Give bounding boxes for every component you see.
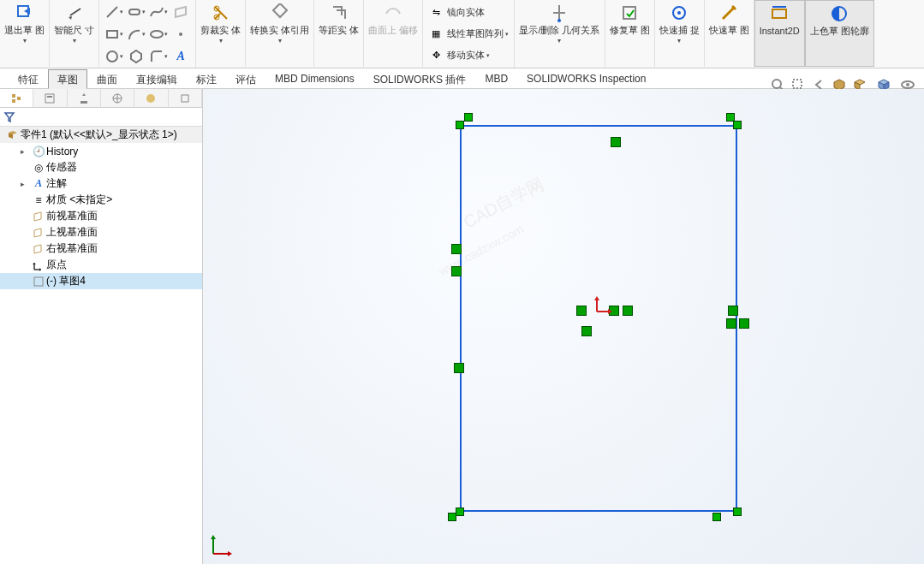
- sketch-point[interactable]: [726, 113, 735, 122]
- view-triad-icon: [206, 526, 241, 561]
- horizontal-relation-icon[interactable]: [611, 137, 621, 147]
- tree-material[interactable]: ≡材质 <未指定>: [0, 192, 202, 208]
- feature-tree-tab-icon[interactable]: [0, 89, 33, 107]
- tab-sw-addins[interactable]: SOLIDWORKS 插件: [364, 69, 476, 89]
- endpoint[interactable]: [456, 508, 464, 516]
- slot-tool-icon[interactable]: ▾: [125, 1, 147, 23]
- svg-rect-18: [47, 96, 52, 98]
- tree-root[interactable]: 零件1 (默认<<默认>_显示状态 1>): [0, 127, 202, 143]
- relation-icon[interactable]: [576, 306, 587, 316]
- endpoint[interactable]: [733, 121, 742, 129]
- relation-icon[interactable]: [623, 306, 633, 316]
- tab-features[interactable]: 特征: [9, 69, 48, 89]
- svg-point-13: [772, 80, 781, 88]
- cam-manager-tab-icon[interactable]: [169, 89, 202, 107]
- point-tool-icon[interactable]: [170, 23, 192, 45]
- endpoint[interactable]: [456, 121, 464, 129]
- polygon-tool-icon[interactable]: [125, 45, 147, 68]
- svg-point-20: [146, 94, 155, 103]
- quick-sketch-button[interactable]: 快速草 图: [705, 0, 754, 67]
- quick-snap-button[interactable]: 快速捕 捉▾: [655, 0, 705, 67]
- feature-manager-panel: 零件1 (默认<<默认>_显示状态 1>) ▸🕘History ◎传感器 ▸A注…: [0, 89, 203, 564]
- sketch-rectangle[interactable]: [460, 125, 737, 512]
- circle-tool-icon[interactable]: ▾: [103, 45, 125, 68]
- tree-origin[interactable]: 原点: [0, 257, 202, 273]
- tree-front-plane[interactable]: 前视基准面: [0, 208, 202, 224]
- manager-tabs: [0, 89, 202, 108]
- tab-annotate[interactable]: 标注: [187, 69, 226, 89]
- plane-tool-icon[interactable]: [170, 1, 192, 23]
- mirror-pattern-stack: ⇋镜向实体 ▦线性草图阵列▾ ✥移动实体▾: [423, 0, 515, 68]
- svg-rect-14: [793, 80, 802, 88]
- svg-point-4: [179, 33, 182, 36]
- svg-point-3: [151, 31, 163, 38]
- tab-sketch[interactable]: 草图: [48, 69, 87, 89]
- svg-rect-22: [34, 277, 43, 286]
- offset-entities-button[interactable]: 等距实 体: [314, 0, 364, 67]
- tab-mbd-dimensions[interactable]: MBD Dimensions: [265, 69, 364, 89]
- line-tool-icon[interactable]: ▾: [103, 1, 125, 23]
- svg-rect-2: [129, 9, 140, 15]
- relation-icon[interactable]: [609, 306, 619, 316]
- tree-root-label: 零件1 (默认<<默认>_显示状态 1>): [21, 128, 177, 142]
- arc-tool-icon[interactable]: ▾: [125, 23, 147, 45]
- exit-sketch-button[interactable]: 退出草 图 ▾: [0, 0, 50, 67]
- tab-evaluate[interactable]: 评估: [226, 69, 265, 89]
- rectangle-tool-icon[interactable]: ▾: [103, 23, 125, 45]
- tree-right-plane[interactable]: 右视基准面: [0, 240, 202, 257]
- spline-tool-icon[interactable]: ▾: [147, 1, 170, 23]
- tree-annotations[interactable]: ▸A注解: [0, 175, 202, 192]
- filter-row[interactable]: [0, 108, 202, 127]
- tree-sketch4[interactable]: (-) 草图4: [0, 273, 202, 289]
- relation-icon[interactable]: [739, 318, 749, 329]
- endpoint[interactable]: [733, 508, 742, 516]
- ribbon-toolbar: 退出草 图 ▾ 智能尺 寸 ▾ ▾ ▾ ▾ ▾ ▾ ▾ ▾ ▾ A 剪裁实 体▾…: [0, 0, 924, 68]
- tree-top-plane[interactable]: 上视基准面: [0, 224, 202, 240]
- svg-rect-11: [772, 9, 786, 18]
- mirror-entities-button[interactable]: ⇋镜向实体: [428, 2, 509, 23]
- tab-sw-inspection[interactable]: SOLIDWORKS Inspection: [517, 69, 655, 89]
- dimxpert-tab-icon[interactable]: [101, 89, 134, 107]
- trim-button[interactable]: 剪裁实 体▾: [196, 0, 246, 67]
- relation-icon[interactable]: [726, 318, 736, 329]
- filter-icon: [3, 111, 15, 123]
- svg-point-10: [677, 11, 681, 15]
- tab-surface[interactable]: 曲面: [87, 69, 127, 89]
- instant2d-button[interactable]: Instant2D: [754, 0, 805, 67]
- repair-sketch-button[interactable]: 修复草 图: [605, 0, 655, 67]
- display-manager-tab-icon[interactable]: [134, 89, 168, 107]
- surface-offset-button: 曲面上 偏移: [364, 0, 423, 67]
- svg-rect-17: [45, 94, 54, 103]
- main-area: 零件1 (默认<<默认>_显示状态 1>) ▸🕘History ◎传感器 ▸A注…: [0, 89, 924, 564]
- feature-tree: 零件1 (默认<<默认>_显示状态 1>) ▸🕘History ◎传感器 ▸A注…: [0, 127, 202, 564]
- convert-entities-button[interactable]: 转换实 体引用▾: [246, 0, 314, 67]
- sketch-point[interactable]: [448, 513, 456, 521]
- vertical-relation-icon[interactable]: [454, 363, 464, 373]
- svg-point-7: [557, 19, 561, 22]
- property-manager-tab-icon[interactable]: [33, 89, 67, 107]
- move-entities-button[interactable]: ✥移动实体▾: [428, 45, 509, 66]
- smart-dimension-button[interactable]: 智能尺 寸 ▾: [50, 0, 99, 67]
- tree-sensors[interactable]: ◎传感器: [0, 159, 202, 175]
- tree-history[interactable]: ▸🕘History: [0, 143, 202, 159]
- text-tool-icon[interactable]: A: [170, 45, 192, 68]
- tab-mbd[interactable]: MBD: [475, 69, 517, 89]
- linear-pattern-button[interactable]: ▦线性草图阵列▾: [428, 23, 509, 45]
- svg-rect-21: [182, 95, 188, 102]
- sketch-tools-grid: ▾ ▾ ▾ ▾ ▾ ▾ ▾ ▾ A: [99, 0, 196, 68]
- display-relations-button[interactable]: 显示/删除 几何关系▾: [515, 0, 605, 67]
- fillet-tool-icon[interactable]: ▾: [147, 45, 170, 68]
- vertical-relation-icon[interactable]: [728, 306, 738, 316]
- shade-contour-button[interactable]: 上色草 图轮廓: [805, 0, 874, 67]
- config-manager-tab-icon[interactable]: [68, 89, 101, 107]
- svg-point-16: [906, 83, 909, 86]
- sketch-point[interactable]: [712, 513, 721, 521]
- graphics-area[interactable]: CAD自学网 www.cadzxw.com: [203, 89, 924, 564]
- vertical-relation-icon[interactable]: [451, 244, 462, 254]
- sketch-point[interactable]: [464, 113, 473, 122]
- svg-point-1: [107, 51, 117, 62]
- ellipse-tool-icon[interactable]: ▾: [147, 23, 170, 45]
- relation-icon[interactable]: [581, 326, 592, 336]
- vertical-relation-icon[interactable]: [451, 266, 462, 276]
- tab-direct-edit[interactable]: 直接编辑: [127, 69, 187, 89]
